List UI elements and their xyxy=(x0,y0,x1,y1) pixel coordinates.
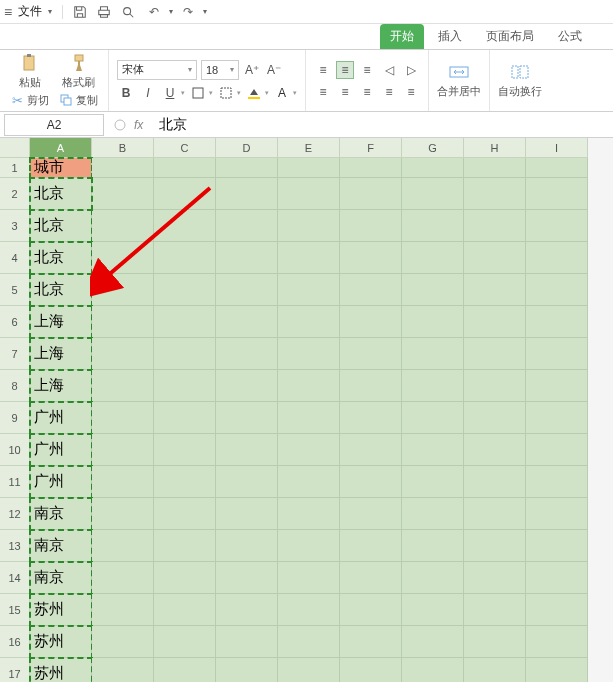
cell[interactable] xyxy=(464,402,526,434)
cell-A3[interactable]: 北京 xyxy=(30,210,92,242)
redo-dropdown[interactable]: ▾ xyxy=(203,7,207,16)
cell[interactable] xyxy=(402,594,464,626)
distribute-icon[interactable]: ≡ xyxy=(402,83,420,101)
cell[interactable] xyxy=(92,178,154,210)
cell[interactable] xyxy=(402,498,464,530)
cell-A2[interactable]: 北京 xyxy=(30,178,92,210)
cell[interactable] xyxy=(216,210,278,242)
copy-button[interactable]: 复制 xyxy=(57,92,100,109)
cell[interactable] xyxy=(402,178,464,210)
format-painter-button[interactable]: 格式刷 xyxy=(57,53,100,90)
cell[interactable] xyxy=(340,466,402,498)
cell[interactable] xyxy=(464,306,526,338)
border-dropdown[interactable]: ▾ xyxy=(209,89,213,97)
cell[interactable] xyxy=(278,466,340,498)
redo-icon[interactable]: ↷ xyxy=(179,5,197,19)
cell[interactable] xyxy=(340,658,402,682)
cell[interactable] xyxy=(464,242,526,274)
cell[interactable] xyxy=(154,402,216,434)
cell[interactable] xyxy=(402,158,464,178)
cell[interactable] xyxy=(402,530,464,562)
cell[interactable] xyxy=(154,158,216,178)
row-header-7[interactable]: 7 xyxy=(0,338,30,370)
underline-button[interactable]: U xyxy=(161,84,179,102)
cell[interactable] xyxy=(526,158,588,178)
cell[interactable] xyxy=(154,594,216,626)
cell[interactable] xyxy=(402,466,464,498)
row-header-8[interactable]: 8 xyxy=(0,370,30,402)
font-color-dropdown[interactable]: ▾ xyxy=(293,89,297,97)
cell-A6[interactable]: 上海 xyxy=(30,306,92,338)
formula-input[interactable] xyxy=(153,114,613,136)
cell[interactable] xyxy=(464,594,526,626)
cell[interactable] xyxy=(402,338,464,370)
cell[interactable] xyxy=(92,370,154,402)
preview-icon[interactable] xyxy=(121,5,139,19)
file-menu[interactable]: 文件 xyxy=(18,3,42,20)
italic-button[interactable]: I xyxy=(139,84,157,102)
cell[interactable] xyxy=(154,562,216,594)
cell[interactable] xyxy=(216,530,278,562)
col-header-G[interactable]: G xyxy=(402,138,464,158)
cell[interactable] xyxy=(340,274,402,306)
cell[interactable] xyxy=(92,594,154,626)
cell[interactable] xyxy=(278,306,340,338)
cell[interactable] xyxy=(216,594,278,626)
cell[interactable] xyxy=(340,498,402,530)
cell[interactable] xyxy=(92,402,154,434)
col-header-A[interactable]: A xyxy=(30,138,92,158)
cell[interactable] xyxy=(154,338,216,370)
increase-indent-icon[interactable]: ▷ xyxy=(402,61,420,79)
cell[interactable] xyxy=(464,626,526,658)
cell[interactable] xyxy=(278,626,340,658)
cell-style-button[interactable] xyxy=(217,84,235,102)
row-header-17[interactable]: 17 xyxy=(0,658,30,682)
cut-button[interactable]: ✂ 剪切 xyxy=(8,92,51,109)
row-header-11[interactable]: 11 xyxy=(0,466,30,498)
cell[interactable] xyxy=(526,178,588,210)
cell[interactable] xyxy=(402,210,464,242)
cell[interactable] xyxy=(464,658,526,682)
row-header-16[interactable]: 16 xyxy=(0,626,30,658)
merge-button[interactable]: 合并居中 xyxy=(437,62,481,99)
col-header-H[interactable]: H xyxy=(464,138,526,158)
menu-icon[interactable]: ≡ xyxy=(4,4,12,20)
cell[interactable] xyxy=(526,242,588,274)
undo-icon[interactable]: ↶ xyxy=(145,5,163,19)
cell[interactable] xyxy=(278,370,340,402)
col-header-D[interactable]: D xyxy=(216,138,278,158)
select-all-corner[interactable] xyxy=(0,138,30,158)
align-bottom-icon[interactable]: ≡ xyxy=(358,61,376,79)
cell[interactable] xyxy=(526,338,588,370)
cell[interactable] xyxy=(92,210,154,242)
fill-color-button[interactable] xyxy=(245,84,263,102)
cell[interactable] xyxy=(526,626,588,658)
cell[interactable] xyxy=(154,210,216,242)
cell[interactable] xyxy=(92,466,154,498)
cell[interactable] xyxy=(526,498,588,530)
cell[interactable] xyxy=(402,402,464,434)
cell[interactable] xyxy=(402,274,464,306)
cell[interactable] xyxy=(340,158,402,178)
cell[interactable] xyxy=(92,274,154,306)
align-left-icon[interactable]: ≡ xyxy=(314,83,332,101)
cell-A10[interactable]: 广州 xyxy=(30,434,92,466)
cell[interactable] xyxy=(340,242,402,274)
cell[interactable] xyxy=(464,530,526,562)
cell[interactable] xyxy=(154,370,216,402)
cell[interactable] xyxy=(340,370,402,402)
row-header-3[interactable]: 3 xyxy=(0,210,30,242)
cell[interactable] xyxy=(278,210,340,242)
col-header-I[interactable]: I xyxy=(526,138,588,158)
file-dropdown-arrow[interactable]: ▾ xyxy=(48,7,52,16)
cell[interactable] xyxy=(154,274,216,306)
cell[interactable] xyxy=(526,434,588,466)
col-header-C[interactable]: C xyxy=(154,138,216,158)
cell[interactable] xyxy=(154,434,216,466)
row-header-5[interactable]: 5 xyxy=(0,274,30,306)
cell-A5[interactable]: 北京 xyxy=(30,274,92,306)
decrease-font-icon[interactable]: A⁻ xyxy=(265,61,283,79)
undo-dropdown[interactable]: ▾ xyxy=(169,7,173,16)
cell[interactable] xyxy=(526,306,588,338)
cell-A13[interactable]: 南京 xyxy=(30,530,92,562)
